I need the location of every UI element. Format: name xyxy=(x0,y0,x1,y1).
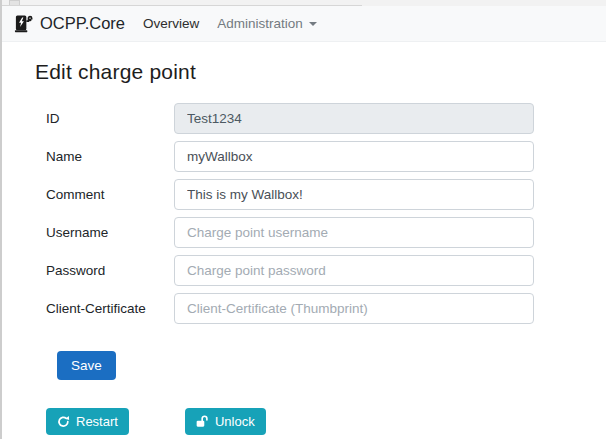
form-row-name: Name xyxy=(46,141,606,172)
id-field xyxy=(174,103,534,134)
comment-label: Comment xyxy=(46,187,174,202)
name-field[interactable] xyxy=(174,141,534,172)
edit-charge-point-form: ID Name Comment Username Password Client xyxy=(35,103,606,380)
device-actions: Restart Unlock xyxy=(35,408,606,435)
form-row-password: Password xyxy=(46,255,606,286)
nav-link-administration[interactable]: Administration xyxy=(217,16,317,31)
app-window: OCPP.Core Overview Administration Edit c… xyxy=(0,0,606,439)
form-row-comment: Comment xyxy=(46,179,606,210)
id-label: ID xyxy=(46,111,174,126)
password-label: Password xyxy=(46,263,174,278)
username-label: Username xyxy=(46,225,174,240)
rotate-arrow-icon xyxy=(57,415,70,428)
page-title: Edit charge point xyxy=(35,60,606,84)
unlock-button[interactable]: Unlock xyxy=(185,408,266,435)
chevron-down-icon xyxy=(309,22,317,26)
save-button-label: Save xyxy=(71,358,102,373)
nav-link-administration-label: Administration xyxy=(217,16,303,31)
comment-field[interactable] xyxy=(174,179,534,210)
client-certificate-field[interactable] xyxy=(174,293,534,324)
form-row-client-certificate: Client-Certificate xyxy=(46,293,606,324)
chrome-divider xyxy=(2,5,362,6)
password-field[interactable] xyxy=(174,255,534,286)
form-row-id: ID xyxy=(46,103,606,134)
unlock-button-label: Unlock xyxy=(215,414,255,429)
brand-link[interactable]: OCPP.Core xyxy=(14,14,125,33)
ev-charging-station-icon xyxy=(14,14,33,33)
client-certificate-label: Client-Certificate xyxy=(46,301,174,316)
open-padlock-icon xyxy=(196,415,209,428)
browser-chrome-strip xyxy=(2,0,606,6)
navbar: OCPP.Core Overview Administration xyxy=(2,6,606,42)
name-label: Name xyxy=(46,149,174,164)
save-button[interactable]: Save xyxy=(57,351,116,380)
username-field[interactable] xyxy=(174,217,534,248)
brand-label: OCPP.Core xyxy=(40,14,125,33)
form-row-username: Username xyxy=(46,217,606,248)
nav-link-overview[interactable]: Overview xyxy=(143,16,199,31)
restart-button[interactable]: Restart xyxy=(46,408,129,435)
nav-link-overview-label: Overview xyxy=(143,16,199,31)
restart-button-label: Restart xyxy=(76,414,118,429)
main-content: Edit charge point ID Name Comment Userna… xyxy=(2,42,606,435)
